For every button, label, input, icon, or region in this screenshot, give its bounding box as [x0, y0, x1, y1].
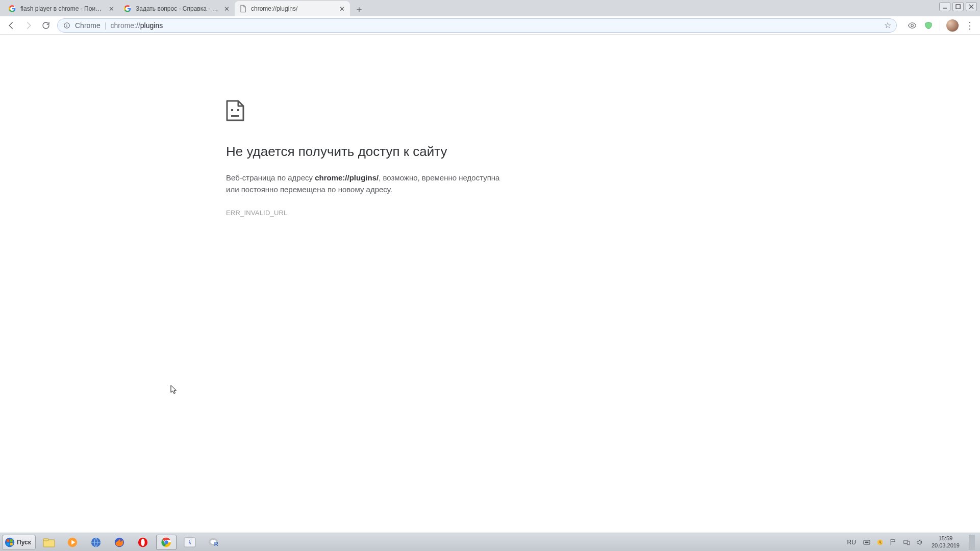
clock-date: 20.03.2019	[932, 542, 960, 549]
svg-point-25	[141, 538, 144, 546]
taskbar-apps: λ R	[39, 535, 223, 550]
window-controls	[939, 2, 977, 11]
window-maximize-button[interactable]	[952, 2, 964, 11]
svg-rect-12	[237, 109, 239, 111]
language-indicator[interactable]: RU	[845, 538, 858, 547]
error-code: ERR_INVALID_URL	[226, 209, 512, 217]
taskbar-clock[interactable]: 15:59 20.03.2019	[928, 535, 963, 548]
taskbar-firefox[interactable]	[109, 535, 130, 550]
svg-rect-4	[956, 5, 960, 9]
taskbar-chrome[interactable]	[156, 535, 177, 550]
omnibox-url: chrome://plugins	[110, 21, 163, 30]
svg-point-8	[66, 23, 67, 24]
svg-rect-18	[10, 542, 13, 545]
taskbar-r[interactable]: R	[203, 535, 223, 550]
address-bar[interactable]: Chrome | chrome://plugins ☆	[57, 18, 897, 33]
svg-rect-11	[231, 109, 233, 111]
profile-avatar[interactable]	[946, 19, 959, 32]
start-label: Пуск	[17, 539, 31, 546]
error-title: Не удается получить доступ к сайту	[226, 144, 512, 160]
svg-rect-17	[7, 542, 9, 545]
back-button[interactable]	[5, 19, 17, 32]
tray-volume-icon[interactable]	[915, 538, 924, 547]
tab-title: flash player в chrome - Поиск в Go	[20, 5, 104, 12]
svg-text:R: R	[214, 541, 218, 547]
tab-title: Задать вопрос - Справка - Google	[136, 5, 219, 12]
tray-update-icon[interactable]	[875, 538, 885, 547]
window-minimize-button[interactable]	[939, 2, 950, 11]
svg-rect-15	[7, 539, 9, 542]
document-favicon	[239, 5, 247, 13]
taskbar-xampp[interactable]: λ	[180, 535, 200, 550]
error-description: Веб-страница по адресу chrome://plugins/…	[226, 172, 512, 196]
taskbar-wmp[interactable]	[62, 535, 83, 550]
window-close-button[interactable]	[966, 2, 977, 11]
tab-close-icon[interactable]: ✕	[107, 5, 115, 13]
tab-close-icon[interactable]: ✕	[222, 5, 231, 13]
google-favicon	[8, 5, 16, 13]
start-button[interactable]: Пуск	[2, 535, 36, 550]
new-tab-button[interactable]: ＋	[352, 2, 366, 16]
system-tray: RU 15:59 20.03.2019	[845, 535, 978, 550]
toolbar-separator	[940, 20, 940, 31]
tray-flag-icon[interactable]	[889, 538, 898, 547]
site-info-icon[interactable]	[63, 21, 71, 30]
svg-rect-20	[43, 539, 48, 541]
omnibox-separator: |	[105, 21, 107, 30]
tab-1[interactable]: Задать вопрос - Справка - Google ✕	[119, 1, 235, 16]
svg-point-10	[911, 24, 914, 27]
tray-devices-icon[interactable]	[902, 538, 911, 547]
svg-rect-13	[231, 115, 239, 117]
windows-taskbar: Пуск λ R RU 15:59 20.03.2019	[0, 533, 980, 551]
svg-point-27	[164, 540, 168, 544]
forward-button[interactable]	[22, 19, 35, 32]
chrome-menu-button[interactable]: ⋮	[965, 19, 975, 32]
mouse-cursor-icon	[170, 385, 178, 395]
bookmark-star-icon[interactable]: ☆	[884, 20, 891, 30]
error-page: Не удается получить доступ к сайту Веб-с…	[226, 100, 512, 217]
svg-rect-37	[907, 541, 910, 545]
windows-logo-icon	[5, 537, 15, 547]
tab-2[interactable]: chrome://plugins/ ✕	[235, 1, 350, 16]
extension-shield-icon[interactable]	[923, 20, 934, 31]
taskbar-opera[interactable]	[133, 535, 153, 550]
sad-document-icon	[226, 100, 244, 121]
clock-time: 15:59	[939, 535, 953, 542]
reload-button[interactable]	[40, 19, 52, 32]
svg-point-14	[5, 537, 14, 546]
taskbar-globe[interactable]	[86, 535, 106, 550]
tab-close-icon[interactable]: ✕	[338, 5, 346, 13]
show-desktop-button[interactable]	[969, 535, 975, 550]
svg-text:λ: λ	[188, 540, 191, 545]
tray-network-icon[interactable]	[862, 538, 871, 547]
tab-strip: flash player в chrome - Поиск в Go ✕ Зад…	[0, 0, 980, 16]
page-content: Не удается получить доступ к сайту Веб-с…	[0, 35, 980, 533]
taskbar-explorer[interactable]	[39, 535, 59, 550]
extension-icons: ⋮	[907, 19, 975, 32]
svg-rect-9	[66, 25, 67, 27]
toolbar: Chrome | chrome://plugins ☆ ⋮	[0, 16, 980, 35]
omnibox-chip: Chrome	[75, 21, 100, 30]
svg-rect-34	[865, 541, 869, 543]
google-favicon	[123, 5, 132, 13]
svg-rect-16	[10, 539, 13, 542]
extension-eye-icon[interactable]	[907, 20, 917, 31]
tab-title: chrome://plugins/	[251, 5, 335, 12]
tab-0[interactable]: flash player в chrome - Поиск в Go ✕	[4, 1, 119, 16]
